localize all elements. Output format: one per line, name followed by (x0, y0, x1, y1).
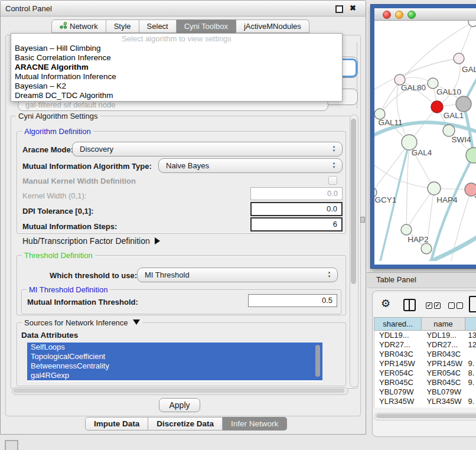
network-node-hap4[interactable] (428, 182, 441, 195)
zoom-window-icon[interactable] (407, 11, 416, 19)
table-row[interactable]: YDR27...YDR27...12 (374, 340, 476, 350)
tab-jactivemnodules[interactable]: jActiveMNodules (236, 19, 309, 33)
manual-kernel-checkbox[interactable] (328, 176, 337, 185)
network-view-window: GALGAL80GAL10GAL1GAL11SWI4GAL4GCY1HAP4YH… (371, 5, 476, 268)
column-header-clipped[interactable] (465, 317, 476, 331)
algorithm-option-dream8-dc-tdc-algorithm[interactable]: Dream8 DC_TDC Algorithm (11, 91, 342, 100)
settings-hscrollbar[interactable] (12, 387, 348, 395)
table-hscrollbar[interactable] (374, 413, 476, 420)
settings-gear-icon[interactable]: ⚙ (381, 298, 390, 309)
table-cell: YBR043C (422, 350, 465, 359)
mi-threshold-field[interactable]: 0.5 (248, 294, 337, 307)
settings-group-title: Cyni Algorithm Settings (16, 112, 100, 120)
table-cell: YIL052C (374, 406, 422, 407)
table-row[interactable]: YLR345WYLR345W9. (374, 397, 476, 406)
network-node-label: GAL80 (401, 83, 426, 92)
close-panel-icon[interactable]: ✖ (350, 4, 356, 12)
column-header-shared[interactable]: shared... (374, 317, 422, 331)
kernel-width-field[interactable]: 0.0 (250, 187, 343, 200)
dpi-tolerance-field[interactable]: 0.0 (250, 202, 343, 216)
apply-button[interactable]: Apply (159, 398, 200, 412)
network-node-label: GAL10 (436, 87, 461, 96)
table-row[interactable]: YBR045CYBR045C9. (374, 378, 476, 387)
tab-style[interactable]: Style (106, 19, 139, 33)
table-cell: 8. (466, 369, 476, 378)
table-cell: YIL052C (422, 406, 465, 407)
table-row[interactable]: YBR043CYBR043C (374, 350, 476, 359)
data-attributes-label: Data Attributes (21, 331, 78, 340)
aracne-mode-combo[interactable]: Discovery (72, 142, 343, 156)
table-row[interactable]: YER054CYER054C8. (374, 369, 476, 378)
control-panel-titlebar[interactable]: Control Panel ✖ (1, 1, 366, 17)
attribute-item-topologicalcoefficient[interactable]: TopologicalCoefficient (27, 352, 322, 361)
attributes-scrollbar-thumb[interactable] (315, 345, 320, 377)
table-row[interactable]: YBL079WYBL079W (374, 387, 476, 397)
algorithm-option-bayesian-k2[interactable]: Bayesian – K2 (11, 81, 342, 91)
tab-cyni-toolbox[interactable]: Cyni Toolbox (177, 19, 236, 33)
bottom-tab-discretize-data[interactable]: Discretize Data (148, 417, 223, 431)
document-icon[interactable] (469, 296, 476, 312)
which-threshold-combo[interactable]: MI Threshold (137, 268, 338, 282)
threshold-definition-title: Threshold Definition (22, 251, 95, 260)
table-hscrollbar-thumb[interactable] (376, 414, 476, 418)
settings-scrollbar-thumb[interactable] (351, 119, 356, 284)
network-node[interactable] (456, 96, 471, 112)
algorithm-option-mutual-information-inference[interactable]: Mutual Information Inference (11, 72, 342, 81)
mi-type-combo[interactable]: Naive Bayes (158, 158, 343, 173)
data-attributes-list[interactable]: SelfLoopsTopologicalCoefficientBetweenne… (27, 343, 322, 381)
table-row[interactable]: YIL052CYIL052C9 (374, 406, 476, 407)
dpi-tolerance-label: DPI Tolerance [0,1]: (22, 207, 93, 216)
table-panel-titlebar[interactable]: Table Panel (367, 272, 476, 288)
network-node[interactable] (421, 243, 432, 254)
minimize-window-icon[interactable] (395, 11, 403, 19)
hub-definition-expander[interactable]: Hub/Transcription Factor Definition (22, 236, 160, 246)
network-canvas[interactable]: GALGAL80GAL10GAL1GAL11SWI4GAL4GCY1HAP4YH… (374, 21, 476, 261)
float-window-icon[interactable] (335, 5, 343, 13)
network-graph: GALGAL80GAL10GAL1GAL11SWI4GAL4GCY1HAP4YH… (374, 21, 476, 261)
network-node-gal1[interactable] (431, 101, 443, 113)
algorithm-option-bayesian-hill-climbing[interactable]: Bayesian – Hill Climbing (11, 44, 342, 53)
algorithm-option-aracne-algorithm[interactable]: ARACNE Algorithm (11, 63, 342, 72)
combo-arrows-icon (327, 270, 332, 279)
tab-network[interactable]: Network (51, 19, 106, 33)
application-window: Control Panel ✖ NetworkStyleSelectCyni T… (0, 0, 476, 450)
close-window-icon[interactable] (383, 11, 391, 19)
bottom-tab-infer-network[interactable]: Infer Network (223, 417, 287, 431)
settings-hscrollbar-thumb[interactable] (14, 389, 344, 393)
network-window-titlebar[interactable] (374, 8, 476, 21)
network-node-gal[interactable] (454, 53, 464, 64)
bottom-tab-impute-data[interactable]: Impute Data (85, 417, 148, 431)
network-node-label: GAL4 (412, 148, 432, 157)
hide-columns-icon[interactable] (457, 302, 463, 309)
table-row[interactable]: YPR145WYPR145W9. (374, 359, 476, 369)
tab-label: Network (70, 20, 98, 32)
table-cell: YLR345W (422, 397, 465, 406)
sources-group-title[interactable]: Sources for Network Inference (22, 318, 142, 327)
table-cell: YPR145W (374, 359, 422, 369)
mi-steps-field[interactable]: 6 (250, 217, 343, 231)
show-columns-icon[interactable]: ✓ (426, 302, 432, 309)
network-node[interactable] (466, 148, 476, 163)
network-node-swi4[interactable] (443, 125, 455, 136)
network-node[interactable] (468, 21, 476, 27)
splitter-handle[interactable] (360, 217, 365, 223)
algorithm-option-basic-correlation-inference[interactable]: Basic Correlation Inference (11, 53, 342, 63)
hide-columns-icon[interactable] (448, 302, 455, 309)
table-row[interactable]: YDL19...YDL19...13 (374, 331, 476, 340)
column-header-name[interactable]: name (422, 317, 465, 331)
table-panel-window: ⚙ ✓ ✓ shared...name YDL19...YDL19...13YD… (372, 291, 476, 437)
dropdown-placeholder: Select algorithm to view settings (11, 34, 342, 44)
tab-select[interactable]: Select (139, 19, 177, 33)
collapsed-panel-icon[interactable] (5, 440, 18, 450)
network-node-hap2[interactable] (401, 224, 412, 235)
expand-right-icon (155, 237, 160, 244)
table-cell: 9. (466, 378, 476, 387)
settings-scrollbar[interactable] (350, 115, 358, 387)
split-view-icon[interactable] (403, 299, 416, 311)
attribute-item-selfloops[interactable]: SelfLoops (27, 343, 322, 352)
attribute-item-gal4rgexp[interactable]: gal4RGexp (27, 371, 322, 380)
show-columns-icon[interactable]: ✓ (434, 302, 441, 309)
tab-label: Style (114, 20, 131, 32)
network-node-label: GCY1 (375, 195, 397, 204)
attribute-item-betweennesscentrality[interactable]: BetweennessCentrality (27, 361, 322, 371)
